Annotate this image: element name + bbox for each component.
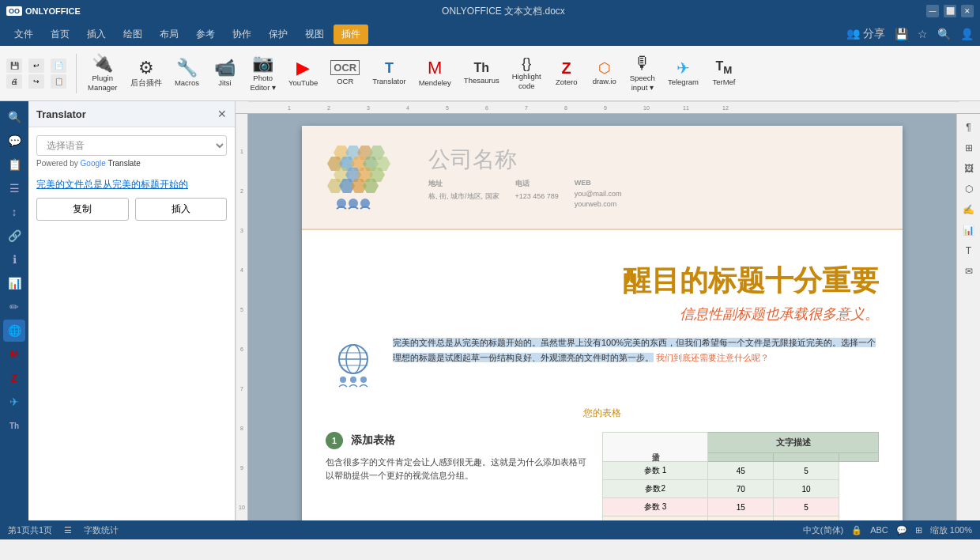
minimize-button[interactable]: — xyxy=(926,5,939,17)
document-scroll[interactable]: 公司名称 地址 栋, 街, 城市/地区, 国家 电话 +123 456 789 xyxy=(248,114,956,520)
table-row: 参数 1 45 5 xyxy=(603,462,879,480)
menu-file[interactable]: 文件 xyxy=(6,25,41,44)
word-count[interactable]: 字数统计 xyxy=(84,524,119,536)
insert-button[interactable]: 插入 xyxy=(135,198,228,221)
phone-value: +123 456 789 xyxy=(515,191,559,202)
sidebar-mendeley[interactable]: M xyxy=(3,343,25,365)
jitsi-label: Jitsi xyxy=(218,78,231,87)
jitsi-icon: 📹 xyxy=(214,59,236,77)
comment-btn[interactable]: 💬 xyxy=(896,525,907,535)
user-avatar[interactable]: 👤 xyxy=(960,28,974,40)
address-value: 栋, 街, 城市/地区, 国家 xyxy=(428,191,499,202)
youtube-btn[interactable]: ▶ YouTube xyxy=(284,51,322,96)
quick-paste[interactable]: 📋 xyxy=(51,74,66,89)
col-h1 xyxy=(708,453,774,462)
highlight-code-label: Highlightcode xyxy=(512,72,541,90)
quick-save[interactable]: 💾 xyxy=(6,59,22,73)
quick-undo[interactable]: ↩ xyxy=(28,59,44,73)
sidebar-thesaurus[interactable]: Th xyxy=(3,414,25,437)
main-area: 🔍 💬 📋 ☰ ↕ 🔗 ℹ 📊 ✏ 🌐 M Z ✈ Th Translator … xyxy=(0,101,980,520)
address-col: 地址 栋, 街, 城市/地区, 国家 xyxy=(428,179,499,209)
macros-icon: 🔧 xyxy=(176,59,198,77)
drawio-btn[interactable]: ⬡ draw.io xyxy=(587,51,622,96)
ocr-btn[interactable]: OCR OCR xyxy=(326,51,364,96)
maximize-button[interactable]: ⬜ xyxy=(944,5,956,17)
highlight-code-btn[interactable]: {} Highlightcode xyxy=(507,51,546,96)
sidebar-edit[interactable]: ✏ xyxy=(3,296,25,318)
menu-protect[interactable]: 保护 xyxy=(261,25,296,44)
rt-image[interactable]: 🖼 xyxy=(960,160,978,177)
plugin-manager-btn[interactable]: 🔌 PluginManager xyxy=(83,51,122,96)
photo-editor-icon: 📷 xyxy=(252,55,273,72)
main-title: 醒目的标题十分重要 xyxy=(326,262,879,301)
table-row: 参数 4 35 5 xyxy=(603,516,879,521)
quick-copy[interactable]: 📄 xyxy=(51,59,66,73)
doc-content: 醒目的标题十分重要 信息性副标题也承载很多意义。 xyxy=(302,230,903,520)
menu-layout[interactable]: 布局 xyxy=(152,25,187,44)
translator-btn[interactable]: T Translator xyxy=(368,51,410,96)
youtube-label: YouTube xyxy=(288,78,318,87)
mendeley-icon: M xyxy=(428,59,442,77)
rt-paragraph[interactable]: ¶ xyxy=(960,119,978,136)
company-info: 公司名称 地址 栋, 街, 城市/地区, 国家 电话 +123 456 789 xyxy=(428,145,879,209)
row3-val1: 15 xyxy=(708,498,774,516)
sidebar-stats[interactable]: 📊 xyxy=(3,272,25,294)
sidebar-translate[interactable]: 🌐 xyxy=(3,320,25,342)
vertical-ruler: 1 2 3 4 5 6 7 8 9 10 xyxy=(236,114,248,520)
zoom-fit[interactable]: ⊞ xyxy=(915,525,922,535)
backend-plugin-btn[interactable]: ⚙ 后台插件 xyxy=(126,51,167,96)
quick-print[interactable]: 🖨 xyxy=(6,74,22,89)
copy-button[interactable]: 复制 xyxy=(36,198,129,221)
rt-signature[interactable]: ✍ xyxy=(960,201,978,218)
sidebar-navigator[interactable]: ☰ xyxy=(3,177,25,199)
sidebar-search[interactable]: 🔍 xyxy=(3,106,25,128)
sidebar-format[interactable]: ↕ xyxy=(3,201,25,223)
track-changes[interactable]: 🔒 xyxy=(851,525,862,535)
table-row: 参数2 70 10 xyxy=(603,480,879,498)
telegram-btn[interactable]: ✈ Telegram xyxy=(663,51,703,96)
row1-label: 参数 1 xyxy=(603,462,708,480)
sidebar-telegram[interactable]: ✈ xyxy=(3,391,25,413)
youtube-icon: ▶ xyxy=(296,59,310,77)
save-icon[interactable]: 💾 xyxy=(895,28,908,40)
translator-close-button[interactable]: ✕ xyxy=(217,108,227,120)
speech-input-btn[interactable]: 🎙 Speechinput ▾ xyxy=(625,51,660,96)
sidebar-clipboard[interactable]: 📋 xyxy=(3,153,25,176)
menu-collaborate[interactable]: 协作 xyxy=(224,25,259,44)
close-button[interactable]: ✕ xyxy=(961,5,974,17)
menu-home[interactable]: 首页 xyxy=(43,25,77,44)
bookmark-icon[interactable]: ☆ xyxy=(918,28,928,40)
sidebar-comments[interactable]: 💬 xyxy=(3,130,25,152)
svg-text:7: 7 xyxy=(525,105,528,111)
rt-formula[interactable]: T xyxy=(960,242,978,259)
sidebar-links[interactable]: 🔗 xyxy=(3,225,25,247)
language-select[interactable]: 选择语音 xyxy=(36,135,227,156)
sidebar-info[interactable]: ℹ xyxy=(3,248,25,271)
svg-text:8: 8 xyxy=(564,105,567,111)
rt-table[interactable]: ⊞ xyxy=(960,139,978,157)
macros-btn[interactable]: 🔧 Macros xyxy=(170,51,205,96)
sidebar-zotero[interactable]: Z xyxy=(3,367,25,389)
mendeley-btn[interactable]: M Mendeley xyxy=(414,51,456,96)
thesaurus-btn[interactable]: Th Thesaurus xyxy=(459,51,504,96)
menu-view[interactable]: 视图 xyxy=(297,25,332,44)
quick-redo[interactable]: ↪ xyxy=(28,74,44,89)
language-select-status[interactable]: 中文(简体) xyxy=(803,524,843,536)
menu-draw[interactable]: 绘图 xyxy=(115,25,150,44)
photo-editor-btn[interactable]: 📷 PhotoEditor ▾ xyxy=(246,51,281,96)
intro-highlight[interactable]: 我们到底还需要注意什么呢？ xyxy=(656,353,769,362)
rt-chart[interactable]: 📊 xyxy=(960,221,978,239)
window-controls: — ⬜ ✕ xyxy=(926,5,974,17)
menu-plugins[interactable]: 插件 xyxy=(334,25,368,44)
spell-check[interactable]: ABC xyxy=(870,525,888,535)
rt-mail[interactable]: ✉ xyxy=(960,263,978,280)
svg-text:1: 1 xyxy=(240,149,243,154)
jitsi-btn[interactable]: 📹 Jitsi xyxy=(208,51,243,96)
termef-btn[interactable]: TM TerMef xyxy=(707,51,741,96)
menu-insert[interactable]: 插入 xyxy=(79,25,114,44)
rt-shape[interactable]: ⬡ xyxy=(960,180,978,198)
zotero-btn[interactable]: Z Zotero xyxy=(549,51,584,96)
share-button[interactable]: 👥 分享 xyxy=(846,27,885,41)
menu-reference[interactable]: 参考 xyxy=(188,25,223,44)
search-icon[interactable]: 🔍 xyxy=(937,28,951,40)
